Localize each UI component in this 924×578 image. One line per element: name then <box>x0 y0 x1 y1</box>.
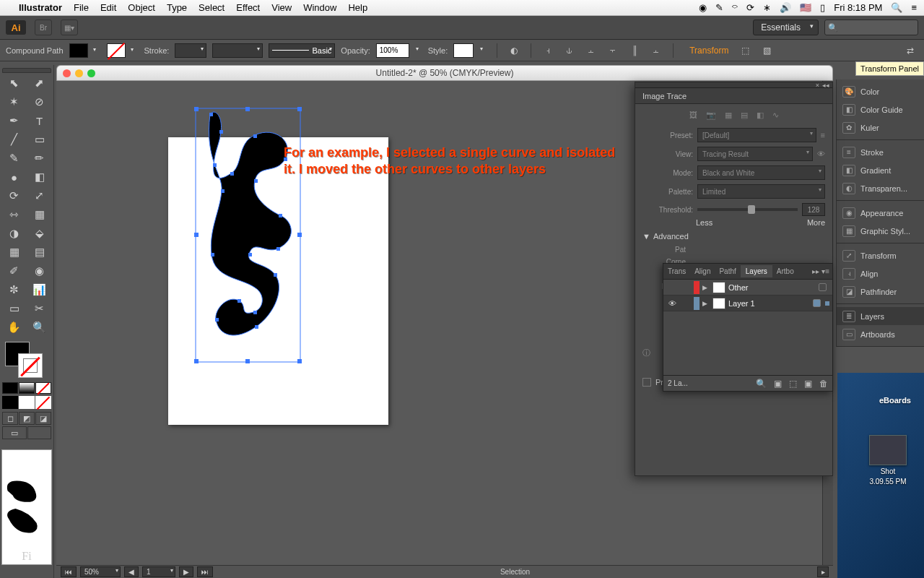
trace-mode-select[interactable]: Black and White <box>697 165 825 180</box>
hand-tool[interactable]: ✋ <box>2 319 26 336</box>
new-layer-icon[interactable]: ▣ <box>804 379 812 389</box>
trace-preset-select[interactable]: [Default] <box>697 128 816 142</box>
volume-icon[interactable]: 🔊 <box>780 2 791 13</box>
blend-tool[interactable]: ◉ <box>27 262 51 280</box>
align-hcenter-button[interactable]: ⫝ <box>562 43 578 58</box>
tab-pathfinder[interactable]: Pathf <box>715 267 740 275</box>
menu-type[interactable]: Type <box>167 2 187 13</box>
var-width-profile[interactable] <box>212 43 263 58</box>
view-eye-icon[interactable]: 👁 <box>817 150 825 158</box>
preset-options-icon[interactable]: ≡ <box>821 131 825 139</box>
menu-select[interactable]: Select <box>199 2 225 13</box>
selection-tool[interactable]: ⬉ <box>2 74 26 92</box>
artboard-last-icon[interactable]: ⏭ <box>197 566 213 577</box>
zoom-level[interactable]: 50% <box>80 566 121 577</box>
trace-preset-icon[interactable]: ∿ <box>772 111 779 120</box>
panel-menu-icon[interactable]: ▸▸ ▾≡ <box>808 267 832 275</box>
menu-file[interactable]: File <box>74 2 89 13</box>
fill-swatch[interactable] <box>69 43 88 58</box>
symbol-sprayer-tool[interactable]: ✼ <box>2 281 26 298</box>
evernote-icon[interactable]: ✎ <box>715 2 723 13</box>
dock-graphic-styles[interactable]: ▦Graphic Styl... <box>837 222 924 240</box>
dock-kuler[interactable]: ✿Kuler <box>837 118 924 137</box>
bluetooth-icon[interactable]: ∗ <box>763 2 771 13</box>
rotate-tool[interactable]: ⟳ <box>2 187 26 204</box>
menu-edit[interactable]: Edit <box>100 2 116 13</box>
screen-mode-button[interactable]: ▭ <box>2 426 27 439</box>
menu-object[interactable]: Object <box>128 2 155 13</box>
trace-preset-icon[interactable]: ▦ <box>725 111 732 120</box>
artboard-prev-icon[interactable]: ◀ <box>124 566 139 577</box>
fill-stroke-control[interactable] <box>2 340 51 381</box>
graphic-style-select[interactable] <box>453 43 474 58</box>
default-none[interactable] <box>35 396 51 409</box>
artboard-number[interactable]: 1 <box>142 566 175 577</box>
shape-builder-tool[interactable]: ◑ <box>2 225 26 242</box>
dock-appearance[interactable]: ◉Appearance <box>837 204 924 222</box>
visibility-toggle[interactable]: 👁 <box>666 298 678 309</box>
preview-checkbox[interactable] <box>642 378 651 387</box>
default-black[interactable] <box>2 396 18 409</box>
desktop-screenshot-file[interactable]: Shot 3.09.55 PM <box>862 435 914 486</box>
artboard-next-icon[interactable]: ▶ <box>179 566 193 577</box>
tab-transform[interactable]: Trans <box>663 267 690 275</box>
trace-preset-icon[interactable]: 🖼 <box>689 111 697 119</box>
free-transform-tool[interactable]: ▦ <box>27 206 51 223</box>
lasso-tool[interactable]: ⊘ <box>27 93 51 111</box>
width-tool[interactable]: ⇿ <box>2 206 26 223</box>
battery-icon[interactable]: ▯ <box>820 2 825 13</box>
scale-tool[interactable]: ⤢ <box>27 187 51 204</box>
align-right-button[interactable]: ⫠ <box>583 43 599 58</box>
align-top-button[interactable]: ⫟ <box>605 43 621 58</box>
dock-transform[interactable]: ⤢Transform <box>837 246 924 264</box>
color-mode-toggle[interactable] <box>2 382 51 394</box>
recolor-button[interactable]: ◐ <box>506 43 522 58</box>
drawing-normal[interactable]: ◻ <box>2 412 18 425</box>
trace-preset-icon[interactable]: ▤ <box>741 111 748 120</box>
edit-clip-button[interactable]: ▧ <box>759 43 775 58</box>
pencil-tool[interactable]: ✏ <box>27 150 51 167</box>
bridge-button[interactable]: Br <box>35 20 52 35</box>
dock-color-guide[interactable]: ◧Color Guide <box>837 100 924 118</box>
direct-selection-tool[interactable]: ⬈ <box>27 74 51 92</box>
app-search[interactable]: 🔍 <box>824 20 918 35</box>
eyedropper-tool[interactable]: ✐ <box>2 262 26 280</box>
panel-close-icon[interactable]: × <box>816 82 819 89</box>
trace-preset-icon[interactable]: ◧ <box>757 111 764 120</box>
layer-row-layer1[interactable]: 👁 ▶ Layer 1 <box>663 296 832 311</box>
nav-first-icon[interactable]: ⏮ <box>61 566 77 577</box>
notification-icon[interactable]: ≡ <box>911 2 917 13</box>
locate-object-icon[interactable]: 🔍 <box>756 379 767 389</box>
toolbox-grip[interactable] <box>2 68 51 73</box>
layer-row-other[interactable]: ▶ Other <box>663 280 832 296</box>
isolate-button[interactable]: ⬚ <box>737 43 753 58</box>
dock-pathfinder[interactable]: ◪Pathfinder <box>837 282 924 301</box>
dock-transparency[interactable]: ◐Transparen... <box>837 179 924 197</box>
trace-preset-icon[interactable]: 📷 <box>706 111 716 120</box>
arrange-docs-button[interactable]: ▦▾ <box>61 20 78 35</box>
dock-stroke[interactable]: ≡Stroke <box>837 143 924 161</box>
dock-layers[interactable]: ≣Layers <box>837 307 924 325</box>
wifi-icon[interactable]: ⌔ <box>732 2 738 13</box>
align-bottom-button[interactable]: ⫠ <box>648 43 664 58</box>
gradient-tool[interactable]: ▤ <box>27 243 51 261</box>
rectangle-tool[interactable]: ▭ <box>27 131 51 148</box>
target-icon[interactable] <box>813 299 821 307</box>
pen-tool[interactable]: ✒ <box>2 112 26 129</box>
threshold-value[interactable]: 128 <box>802 203 825 216</box>
dock-align[interactable]: ⫞Align <box>837 264 924 282</box>
type-tool[interactable]: T <box>27 112 51 129</box>
column-graph-tool[interactable]: 📊 <box>27 281 51 298</box>
timemachine-icon[interactable]: ⟳ <box>746 2 754 13</box>
creative-cloud-icon[interactable]: ◉ <box>699 2 707 13</box>
align-vcenter-button[interactable]: ║ <box>627 43 642 58</box>
dock-artboards[interactable]: ▭Artboards <box>837 325 924 343</box>
menu-view[interactable]: View <box>271 2 292 13</box>
panel-options-icon[interactable]: ⇄ <box>902 43 918 58</box>
tab-artboards[interactable]: Artbo <box>772 267 798 275</box>
visibility-toggle[interactable] <box>666 282 678 293</box>
threshold-slider[interactable] <box>697 208 798 211</box>
drawing-inside[interactable]: ◪ <box>35 412 51 425</box>
eraser-tool[interactable]: ◧ <box>27 168 51 186</box>
tab-align[interactable]: Align <box>690 267 715 275</box>
